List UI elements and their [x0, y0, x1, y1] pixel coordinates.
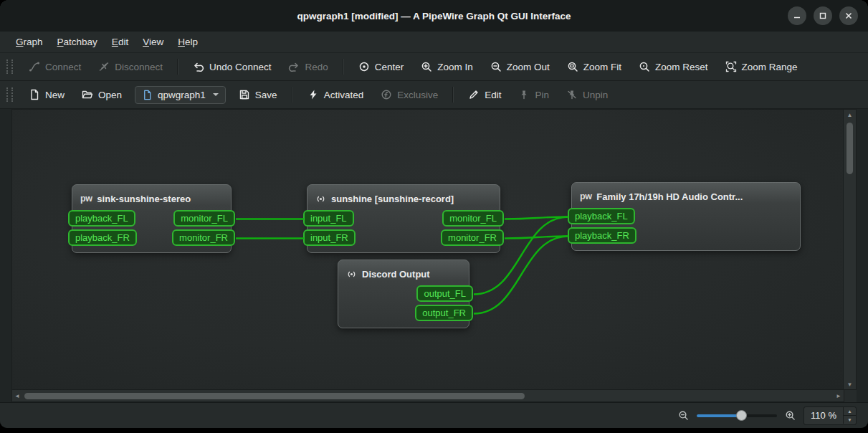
exclusive-icon: [381, 89, 392, 100]
spin-down-button[interactable]: ▼: [844, 415, 856, 424]
zoom-out-icon[interactable]: [678, 410, 689, 421]
port-playback-fl[interactable]: playback_FL: [68, 210, 135, 227]
toolbar-grip[interactable]: [6, 87, 13, 102]
port-monitor-fl[interactable]: monitor_FL: [442, 210, 504, 227]
vertical-scroll-thumb[interactable]: [846, 123, 853, 174]
zoom-fit-icon: [567, 61, 578, 72]
graph-canvas[interactable]: pw sink-sunshine-stereo playback_FL play…: [11, 109, 843, 390]
node-discord-output[interactable]: Discord Output output_FL output_FR: [338, 260, 469, 328]
maximize-icon: [819, 11, 827, 20]
statusbar: 110 % ▲ ▼: [0, 402, 868, 428]
toolbar-separator: [292, 87, 293, 103]
node-sink-sunshine-stereo[interactable]: pw sink-sunshine-stereo playback_FL play…: [72, 184, 232, 253]
pin-icon: [518, 89, 530, 100]
patchbay-file-icon: [142, 90, 153, 100]
node-family-hd-audio[interactable]: pw Family 17h/19h HD Audio Contr... play…: [571, 182, 801, 251]
open-button[interactable]: Open: [74, 85, 130, 104]
graph-toolbar: Connect Disconnect Undo Connect Redo Cen…: [0, 53, 868, 81]
menu-edit[interactable]: Edit: [105, 34, 135, 50]
menu-view[interactable]: View: [135, 34, 171, 50]
close-button[interactable]: [839, 6, 858, 25]
port-output-fr[interactable]: output_FR: [415, 305, 473, 321]
port-playback-fl[interactable]: playback_FL: [568, 208, 635, 224]
central-widget: pw sink-sunshine-stereo playback_FL play…: [0, 109, 868, 402]
port-playback-fr[interactable]: playback_FR: [568, 227, 636, 244]
new-file-icon: [29, 89, 40, 100]
zoom-in-button[interactable]: Zoom In: [413, 57, 481, 76]
spin-buttons: ▲ ▼: [843, 407, 856, 424]
zoom-slider-fill: [697, 414, 741, 417]
patchbay-toolbar: New Open qpwgraph1 Save Activated Exclus…: [0, 81, 868, 109]
center-button[interactable]: Center: [350, 57, 412, 76]
zoom-in-icon[interactable]: [785, 410, 796, 421]
pipewire-icon: pw: [80, 194, 92, 204]
window-controls: [788, 6, 868, 25]
scroll-down-arrow[interactable]: ▼: [845, 379, 855, 389]
port-monitor-fl[interactable]: monitor_FL: [173, 210, 235, 227]
connect-icon: [29, 61, 40, 72]
save-icon: [239, 89, 250, 100]
menu-help[interactable]: Help: [171, 34, 205, 50]
port-output-fl[interactable]: output_FL: [416, 285, 473, 302]
zoom-slider-handle[interactable]: [736, 410, 747, 421]
edit-button[interactable]: Edit: [460, 85, 509, 104]
port-input-fr[interactable]: input_FR: [303, 229, 356, 246]
unpin-button: Unpin: [558, 85, 616, 104]
close-icon: [844, 11, 853, 20]
undo-connect-button[interactable]: Undo Connect: [185, 57, 279, 76]
horizontal-scroll-track: [22, 390, 834, 401]
port-monitor-fr[interactable]: monitor_FR: [172, 229, 235, 246]
zoom-spinbox[interactable]: 110 % ▲ ▼: [803, 406, 857, 425]
zoom-slider[interactable]: [697, 410, 777, 422]
port-playback-fr[interactable]: playback_FR: [68, 229, 137, 246]
exclusive-button: Exclusive: [373, 85, 446, 104]
menu-patchbay[interactable]: Patchbay: [50, 34, 105, 50]
toolbar-separator: [343, 59, 344, 75]
window-title: qpwgraph1 [modified] — A PipeWire Graph …: [0, 11, 868, 22]
port-input-fl[interactable]: input_FL: [303, 210, 354, 227]
zoom-range-icon: [725, 61, 737, 72]
scroll-up-arrow[interactable]: ▲: [845, 110, 855, 120]
scroll-left-arrow[interactable]: ◄: [12, 391, 22, 401]
center-icon: [358, 61, 370, 72]
port-monitor-fr[interactable]: monitor_FR: [441, 229, 504, 246]
horizontal-scroll-thumb[interactable]: [24, 393, 525, 399]
node-title: Family 17h/19h HD Audio Contr...: [596, 191, 743, 202]
cable[interactable]: [505, 217, 568, 219]
minimize-icon: [793, 11, 801, 20]
activated-bolt-icon: [307, 89, 319, 100]
patchbay-selector[interactable]: qpwgraph1: [135, 86, 226, 104]
minimize-button[interactable]: [788, 6, 806, 25]
horizontal-scrollbar: ◄ ►: [11, 390, 844, 402]
new-button[interactable]: New: [21, 85, 72, 104]
save-button[interactable]: Save: [231, 85, 285, 104]
speaker-icon: [315, 194, 326, 204]
zoom-range-button[interactable]: Zoom Range: [717, 57, 806, 76]
zoom-in-icon: [421, 61, 432, 72]
zoom-value[interactable]: 110 %: [804, 410, 843, 421]
edit-pencil-icon: [468, 89, 480, 100]
maximize-button[interactable]: [814, 6, 832, 25]
scroll-right-arrow[interactable]: ►: [834, 391, 844, 401]
speaker-icon: [346, 269, 357, 280]
toolbar-separator: [452, 87, 454, 103]
node-title: sink-sunshine-stereo: [97, 194, 191, 204]
cable[interactable]: [505, 237, 568, 239]
vertical-scrollbar: ▲ ▼: [843, 109, 857, 390]
zoom-fit-button[interactable]: Zoom Fit: [559, 57, 629, 76]
undo-icon: [193, 61, 204, 72]
redo-button: Redo: [280, 57, 335, 76]
spin-up-button[interactable]: ▲: [844, 407, 856, 415]
zoom-out-button[interactable]: Zoom Out: [482, 57, 558, 76]
connect-button: Connect: [21, 57, 89, 76]
zoom-reset-icon: [639, 61, 650, 72]
zoom-reset-button[interactable]: Zoom Reset: [631, 57, 716, 76]
menu-graph[interactable]: Graph: [9, 34, 50, 50]
toolbar-grip[interactable]: [6, 60, 13, 74]
redo-icon: [288, 61, 300, 72]
toolbar-separator: [177, 59, 178, 75]
node-sunshine[interactable]: sunshine [sunshine-record] input_FL inpu…: [307, 184, 500, 253]
titlebar[interactable]: qpwgraph1 [modified] — A PipeWire Graph …: [0, 0, 868, 32]
activated-button[interactable]: Activated: [300, 85, 372, 104]
chevron-down-icon: [213, 93, 219, 96]
